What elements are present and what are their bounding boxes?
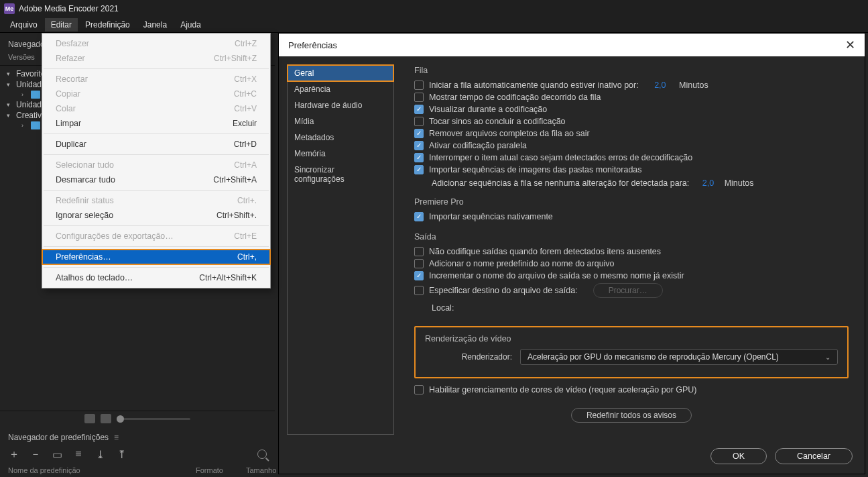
chk-premiere-native[interactable] [414,212,424,221]
chk-sounds[interactable] [414,117,424,126]
menu-separator [44,246,269,247]
chk-increment-name[interactable] [414,271,424,280]
val-auto-start[interactable]: 2,0 [654,81,666,90]
chk-no-encode-missing[interactable] [414,247,424,256]
menu-item-shortcut: Ctrl+Alt+Shift+K [199,273,257,282]
edit-menu-dropdown: DesfazerCtrl+ZRefazerCtrl+Shift+ZRecorta… [42,33,271,288]
chk-parallel[interactable] [414,141,424,150]
menu-item-label: Limpar [56,119,81,128]
category-hardware-de-udio[interactable]: Hardware de áudio [288,97,393,113]
menu-separator [44,225,269,226]
reset-warnings-button[interactable]: Redefinir todos os avisos [571,408,692,423]
menu-item-label: Colar [56,104,76,113]
list-view-icon[interactable] [84,414,95,423]
search-icon[interactable] [257,449,267,459]
menu-item-shortcut: Ctrl+C [234,89,257,99]
menu-ajuda[interactable]: Ajuda [174,18,207,32]
menu-item-label: Desfazer [56,39,89,48]
col-name[interactable]: Nome da predefinição [8,466,196,474]
render-section-highlight: Renderização de vídeo Renderizador: Acel… [414,326,849,378]
section-render: Renderização de vídeo [425,334,838,343]
unit-add-seq: Minutos [725,178,754,188]
menu-item-refazer: RefazerCtrl+Shift+Z [42,51,270,66]
category-mem-ria[interactable]: Memória [288,146,393,162]
preset-export-icon[interactable]: ⤒ [115,449,127,460]
chk-remove-done[interactable] [414,129,424,138]
menu-item-ignorar-sele-o[interactable]: Ignorar seleçãoCtrl+Shift+. [42,208,270,223]
col-size[interactable]: Tamanho [246,466,276,474]
menu-predefinicao[interactable]: Predefinição [79,18,136,32]
col-format[interactable]: Formato [196,466,246,474]
menu-separator [44,154,269,155]
menu-item-configura-es-de-exporta-o: Configurações de exportação…Ctrl+E [42,229,270,244]
menu-item-duplicar[interactable]: DuplicarCtrl+D [42,137,270,152]
menu-item-limpar[interactable]: LimparExcluir [42,116,270,131]
val-add-seq[interactable]: 2,0 [702,178,714,188]
menu-item-shortcut: Ctrl+Z [235,39,257,48]
chk-show-elapsed[interactable] [414,93,424,102]
menu-item-atalhos-do-teclado[interactable]: Atalhos do teclado…Ctrl+Alt+Shift+K [42,270,270,285]
settings-pane: Fila Iniciar a fila automaticamente quan… [394,56,865,443]
caret-icon: ▾ [7,101,13,108]
menu-separator [44,134,269,134]
lbl-import-seq: Importar sequências de imagens das pasta… [429,165,642,174]
chk-import-seq[interactable] [414,165,424,174]
ok-button[interactable]: OK [710,448,767,464]
chk-preview[interactable] [414,105,424,114]
preset-import-icon[interactable]: ⤓ [94,449,106,460]
chk-specify-dest[interactable] [414,286,424,295]
menu-item-prefer-ncias[interactable]: Preferências…Ctrl+, [42,250,270,264]
panel-menu-icon[interactable]: ≡ [114,433,119,442]
add-preset-icon[interactable]: ＋ [8,449,20,460]
caret-icon: › [21,91,28,98]
menu-editar[interactable]: Editar [45,18,78,32]
unit-auto-start: Minutos [679,81,708,90]
renderer-select[interactable]: Aceleração por GPU do mecanismo de repro… [520,349,838,365]
menu-item-shortcut: Ctrl+. [237,196,257,205]
lbl-remove-done: Remover arquivos completos da fila ao sa… [429,129,590,138]
close-icon[interactable]: ✕ [845,38,855,52]
menu-item-label: Configurações de exportação… [56,231,174,241]
thumb-size-slider[interactable] [117,418,190,420]
view-toolbar [0,411,275,426]
local-label: Local: [414,303,849,313]
section-saida: Saída [414,232,849,242]
category-m-dia[interactable]: Mídia [288,113,393,129]
category-sincronizar-configura-es[interactable]: Sincronizar configurações [288,162,393,187]
browse-button[interactable]: Procurar… [593,283,663,298]
preset-settings-icon[interactable]: ≡ [72,449,84,460]
menu-arquivo[interactable]: Arquivo [4,18,44,32]
chk-color-mgmt[interactable] [414,385,424,394]
menu-item-shortcut: Ctrl+E [234,231,257,241]
chk-stop-err[interactable] [414,153,424,162]
lbl-preview: Visualizar durante a codificação [429,105,547,114]
caret-icon: ▾ [7,81,13,88]
chk-auto-start[interactable] [414,81,424,90]
chevron-down-icon: ⌄ [825,354,830,361]
menu-item-redefinir-status: Redefinir statusCtrl+. [42,193,270,208]
chk-add-preset-name[interactable] [414,259,424,268]
menu-item-label: Selecionar tudo [56,160,114,170]
preset-folder-icon[interactable]: ▭ [51,449,63,460]
menu-item-shortcut: Ctrl+Shift+Z [214,54,257,63]
lbl-auto-start: Iniciar a fila automaticamente quando es… [429,81,639,90]
menu-item-desmarcar-tudo[interactable]: Desmarcar tudoCtrl+Shift+A [42,172,270,187]
category-apar-ncia[interactable]: Aparência [288,81,393,97]
menu-item-colar: ColarCtrl+V [42,101,270,116]
menubar: Arquivo Editar Predefinição Janela Ajuda [0,17,868,33]
thumb-view-icon[interactable] [101,414,111,423]
menu-janela[interactable]: Janela [137,18,173,32]
menu-item-shortcut: Ctrl+Shift+A [213,175,257,184]
menu-separator [44,190,269,191]
menu-item-selecionar-tudo: Selecionar tudoCtrl+A [42,158,270,172]
lbl-add-seq: Adicionar sequências à fila se nenhuma a… [432,178,689,188]
lbl-color-mgmt: Habilitar gerenciamento de cores de víde… [429,385,697,394]
remove-preset-icon[interactable]: － [29,449,42,460]
menu-item-label: Redefinir status [56,196,114,205]
cancel-button[interactable]: Cancelar [775,448,853,464]
category-list: GeralAparênciaHardware de áudioMídiaMeta… [287,64,394,435]
dialog-titlebar: Preferências ✕ [279,34,865,56]
section-fila: Fila [414,66,849,75]
category-geral[interactable]: Geral [288,65,393,81]
category-metadados[interactable]: Metadados [288,129,393,146]
